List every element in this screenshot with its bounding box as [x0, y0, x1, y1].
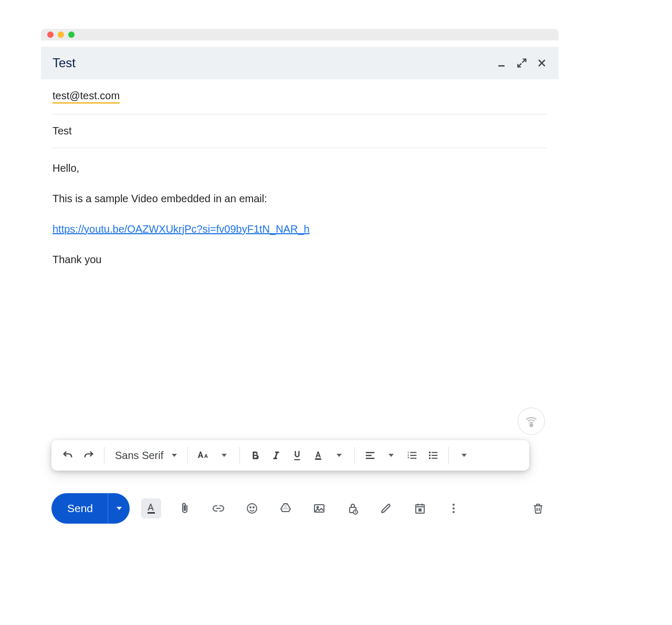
svg-rect-0: [498, 65, 505, 67]
svg-rect-4: [366, 458, 375, 459]
body-signoff: Thank you: [52, 252, 547, 267]
close-icon[interactable]: [537, 58, 547, 68]
separator: [187, 447, 188, 464]
to-field[interactable]: test@test.com: [52, 79, 547, 114]
separator: [104, 447, 104, 464]
email-body[interactable]: Hello, This is a sample Video embedded i…: [52, 148, 547, 267]
font-size-more[interactable]: [214, 445, 234, 465]
text-color-more[interactable]: [329, 445, 349, 465]
formatting-options-button[interactable]: [141, 498, 161, 518]
undo-button[interactable]: [58, 445, 78, 465]
minimize-icon[interactable]: [497, 58, 507, 68]
chevron-down-icon: [172, 454, 177, 457]
svg-point-9: [429, 454, 430, 456]
header-actions: [497, 58, 547, 68]
bulleted-list-button[interactable]: [423, 445, 443, 465]
chevron-down-icon: [222, 454, 227, 457]
svg-rect-7: [411, 458, 417, 459]
send-button[interactable]: Send: [51, 493, 108, 524]
browser-remnant: [41, 40, 559, 47]
offline-indicator-icon: [518, 408, 545, 435]
chevron-down-icon: [388, 454, 394, 457]
svg-rect-11: [432, 452, 438, 453]
subject-field[interactable]: Test: [52, 114, 547, 148]
svg-point-25: [453, 507, 455, 509]
to-chip[interactable]: test@test.com: [52, 90, 120, 103]
italic-button[interactable]: [266, 445, 286, 465]
compose-header: Test: [41, 47, 559, 79]
svg-rect-12: [432, 455, 438, 456]
align-more[interactable]: [381, 445, 401, 465]
numbered-list-button[interactable]: [402, 445, 422, 465]
underline-button[interactable]: [287, 445, 307, 465]
compose-window: Test test@test.com Test Hello, This is a…: [41, 29, 559, 283]
schedule-send-button[interactable]: [410, 498, 430, 518]
font-size-button[interactable]: [193, 445, 213, 465]
body-greeting: Hello,: [52, 161, 547, 175]
insert-drive-button[interactable]: [276, 498, 296, 518]
body-link[interactable]: https://youtu.be/OAZWXUkrjPc?si=fv09byF1…: [52, 223, 310, 235]
svg-point-16: [250, 507, 251, 508]
compose-bottom-bar: Send: [51, 492, 548, 525]
bold-button[interactable]: [245, 445, 265, 465]
align-button[interactable]: [360, 445, 380, 465]
body-intro: This is a sample Video embedded in an em…: [52, 191, 547, 206]
svg-point-8: [429, 452, 430, 453]
svg-rect-1: [315, 459, 321, 460]
text-color-button[interactable]: [308, 445, 328, 465]
svg-rect-2: [366, 452, 375, 453]
separator: [354, 447, 355, 464]
send-more-button[interactable]: [108, 493, 130, 524]
traffic-max-icon[interactable]: [68, 32, 75, 38]
subject-value: Test: [52, 125, 72, 137]
svg-point-19: [317, 507, 319, 508]
svg-rect-13: [432, 458, 438, 459]
svg-point-26: [453, 511, 455, 513]
redo-button[interactable]: [79, 445, 99, 465]
mac-titlebar: [41, 29, 559, 40]
chevron-down-icon: [461, 454, 467, 457]
compose-actions: [141, 498, 464, 518]
svg-rect-6: [411, 455, 417, 456]
compose-title: Test: [52, 56, 76, 70]
discard-draft-button[interactable]: [528, 498, 548, 518]
insert-emoji-button[interactable]: [242, 498, 262, 518]
confidential-mode-button[interactable]: [343, 498, 363, 518]
separator: [448, 447, 449, 464]
svg-rect-5: [411, 452, 417, 453]
traffic-min-icon[interactable]: [58, 32, 64, 38]
separator: [239, 447, 240, 464]
svg-rect-14: [148, 512, 155, 514]
more-formatting-button[interactable]: [454, 445, 474, 465]
send-button-group: Send: [51, 493, 130, 524]
svg-point-10: [429, 457, 430, 459]
chevron-down-icon: [337, 454, 342, 457]
svg-point-15: [247, 504, 257, 513]
insert-photo-button[interactable]: [309, 498, 329, 518]
compose-body: test@test.com Test Hello, This is a samp…: [41, 79, 559, 267]
more-options-button[interactable]: [444, 498, 464, 518]
svg-rect-3: [366, 455, 372, 456]
traffic-close-icon[interactable]: [47, 32, 54, 38]
fullscreen-icon[interactable]: [517, 58, 527, 68]
chevron-down-icon: [117, 507, 122, 510]
svg-point-17: [253, 507, 254, 508]
insert-signature-button[interactable]: [376, 498, 396, 518]
svg-point-24: [453, 504, 455, 506]
font-family-label: Sans Serif: [115, 450, 163, 462]
svg-rect-23: [419, 509, 421, 511]
format-toolbar: Sans Serif: [51, 440, 529, 471]
insert-link-button[interactable]: [208, 498, 228, 518]
attach-file-button[interactable]: [175, 498, 195, 518]
font-family-select[interactable]: Sans Serif: [110, 450, 182, 462]
